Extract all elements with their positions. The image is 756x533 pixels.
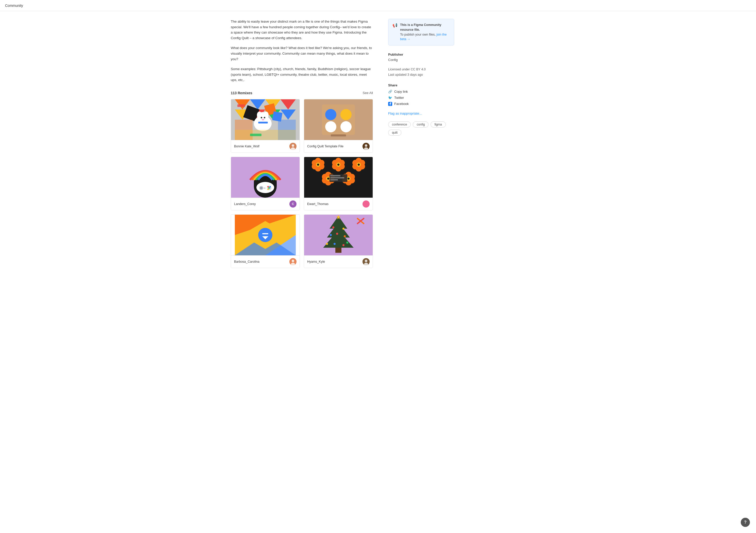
community-notice: 📢 This is a Figma Community resource fil… xyxy=(388,19,454,45)
svg-point-18 xyxy=(262,119,264,121)
svg-point-115 xyxy=(344,235,346,237)
remix-thumb-2 xyxy=(304,99,373,140)
svg-point-112 xyxy=(332,226,334,228)
publisher-value: Config xyxy=(388,58,454,62)
tag-quilt[interactable]: quilt xyxy=(388,129,401,136)
svg-rect-102 xyxy=(262,233,268,234)
see-all-link[interactable]: See All xyxy=(363,91,373,95)
svg-rect-94 xyxy=(330,179,338,181)
sidebar: 📢 This is a Figma Community resource fil… xyxy=(388,19,454,268)
svg-point-120 xyxy=(342,244,344,246)
svg-point-119 xyxy=(334,243,336,245)
content-area: The ability to easily leave your distinc… xyxy=(231,19,373,268)
publisher-section: Publisher Config xyxy=(388,53,454,62)
description-para-3: Some examples: Pittsburgh (city), church… xyxy=(231,66,373,83)
tag-config[interactable]: config xyxy=(413,122,428,127)
remix-card-2-footer: Config Quilt Template File xyxy=(304,140,373,153)
svg-point-90 xyxy=(347,178,350,180)
svg-rect-44 xyxy=(260,187,262,189)
remix-card-6-avatar xyxy=(363,258,370,265)
remix-card-3-avatar: C xyxy=(289,200,297,208)
remix-card-4[interactable]: Ewart_Thomas xyxy=(304,157,373,210)
svg-rect-92 xyxy=(330,175,340,176)
remix-thumb-4 xyxy=(304,157,373,198)
twitter-label: Twitter xyxy=(394,96,404,99)
svg-rect-35 xyxy=(331,134,346,136)
svg-rect-25 xyxy=(250,134,261,136)
twitter-icon: 🐦 xyxy=(388,96,392,100)
svg-rect-49 xyxy=(263,187,265,189)
tag-conference[interactable]: conference xyxy=(388,122,411,127)
copy-link-button[interactable]: 🔗 Copy link xyxy=(388,90,454,94)
description-para-1: The ability to easily leave your distinc… xyxy=(231,19,373,41)
svg-point-117 xyxy=(326,243,328,245)
remix-card-1[interactable]: Bonnie Kate_Wolf xyxy=(231,99,300,153)
svg-point-113 xyxy=(342,228,344,230)
svg-point-116 xyxy=(336,233,338,235)
remix-thumb-3 xyxy=(231,157,300,198)
remix-thumb-5 xyxy=(231,215,300,255)
facebook-icon xyxy=(388,102,392,106)
remix-card-4-avatar xyxy=(363,200,370,208)
remix-card-6-footer: Hyams_Kyle xyxy=(304,255,373,268)
license-text: Licensed under CC BY 4.0 xyxy=(388,67,454,72)
svg-point-47 xyxy=(268,187,270,189)
community-notice-bold: This is a Figma Community resource file. xyxy=(400,23,442,32)
svg-rect-24 xyxy=(284,111,293,113)
tag-figma[interactable]: figma xyxy=(431,122,446,127)
remix-card-6-name: Hyams_Kyle xyxy=(307,260,325,264)
remixes-grid: Bonnie Kate_Wolf xyxy=(231,99,373,268)
remix-card-4-name: Ewart_Thomas xyxy=(307,202,329,206)
svg-point-41 xyxy=(256,182,274,193)
remix-card-5-footer: Barbosa_Carolina xyxy=(231,255,300,268)
remix-card-5-avatar xyxy=(289,258,297,265)
license-section: Licensed under CC BY 4.0 Last updated 3 … xyxy=(388,67,454,78)
remix-card-2[interactable]: Config Quilt Template File xyxy=(304,99,373,153)
svg-point-17 xyxy=(264,117,265,118)
copy-link-label: Copy link xyxy=(394,90,408,94)
facebook-button[interactable]: Facebook xyxy=(388,102,454,106)
remix-card-1-footer: Bonnie Kate_Wolf xyxy=(231,140,300,153)
remixes-count: 113 Remixes xyxy=(231,91,252,95)
remix-card-5-name: Barbosa_Carolina xyxy=(234,260,259,264)
remix-card-5[interactable]: Barbosa_Carolina xyxy=(231,214,300,268)
facebook-label: Facebook xyxy=(394,102,409,106)
svg-point-82 xyxy=(327,178,329,180)
svg-point-33 xyxy=(325,121,337,132)
svg-point-34 xyxy=(340,121,352,132)
main-container: The ability to easily leave your distinc… xyxy=(226,11,530,276)
svg-point-74 xyxy=(358,164,360,166)
remix-card-4-footer: Ewart_Thomas xyxy=(304,198,373,210)
remix-card-2-name: Config Quilt Template File xyxy=(307,145,343,148)
svg-point-32 xyxy=(340,109,352,120)
nav-title: Community xyxy=(5,4,23,8)
community-notice-sub: To publish your own files, join the beta… xyxy=(400,33,446,41)
twitter-button[interactable]: 🐦 Twitter xyxy=(388,96,454,100)
remix-card-3[interactable]: Landers_Corey C xyxy=(231,157,300,210)
remix-card-1-name: Bonnie Kate_Wolf xyxy=(234,145,259,148)
svg-rect-19 xyxy=(258,122,268,124)
svg-rect-93 xyxy=(330,177,344,178)
remix-card-3-name: Landers_Corey xyxy=(234,202,256,206)
remix-card-6[interactable]: Hyams_Kyle xyxy=(304,214,373,268)
svg-point-48 xyxy=(267,188,269,190)
top-nav: Community xyxy=(0,0,756,11)
remixes-header: 113 Remixes See All xyxy=(231,91,373,95)
community-notice-content: This is a Figma Community resource file.… xyxy=(400,23,450,42)
svg-point-125 xyxy=(365,260,367,262)
svg-point-58 xyxy=(317,164,319,166)
remix-card-1-avatar xyxy=(289,143,297,150)
remix-thumb-1 xyxy=(231,99,300,140)
svg-rect-111 xyxy=(335,248,341,253)
description-para-2: What does your community look like? What… xyxy=(231,45,373,62)
remix-card-3-footer: Landers_Corey C xyxy=(231,198,300,210)
svg-point-66 xyxy=(338,164,339,166)
svg-point-27 xyxy=(292,144,294,147)
tags-container: conferenceconfigfigmaquilt xyxy=(388,122,454,136)
svg-point-31 xyxy=(325,109,337,120)
megaphone-icon: 📢 xyxy=(392,23,397,42)
remix-card-2-avatar xyxy=(363,143,370,150)
svg-point-105 xyxy=(292,260,294,262)
svg-point-45 xyxy=(267,186,269,187)
flag-link[interactable]: Flag as inappropriate... xyxy=(388,112,454,115)
